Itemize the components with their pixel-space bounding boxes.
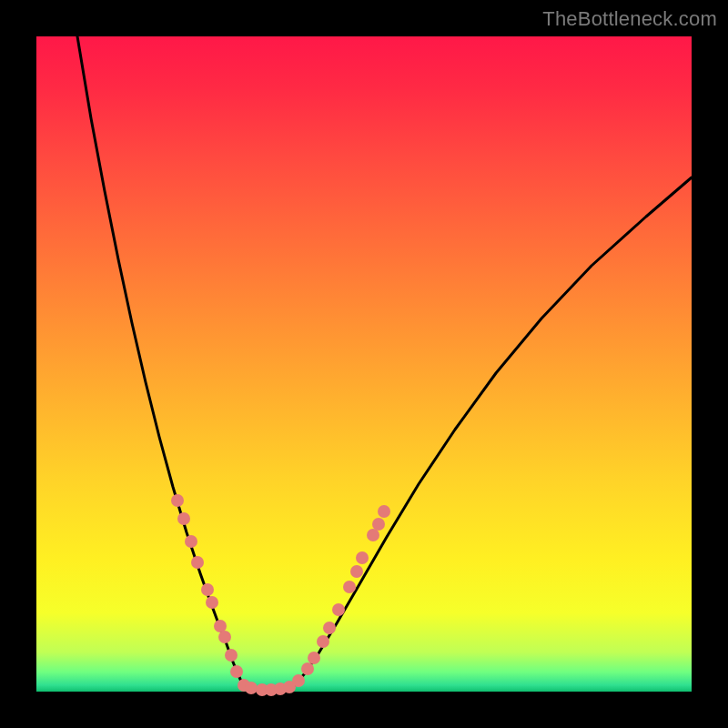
- marker-dot: [332, 603, 345, 616]
- marker-dot: [206, 596, 218, 609]
- marker-dot: [230, 665, 243, 678]
- marker-dot: [308, 652, 320, 664]
- chart-container: TheBottleneck.com: [0, 0, 728, 728]
- marker-dot: [301, 662, 314, 675]
- watermark-label: TheBottleneck.com: [542, 7, 717, 31]
- marker-dot: [177, 512, 190, 525]
- marker-dot: [191, 556, 204, 569]
- marker-dot: [171, 494, 184, 507]
- marker-dot: [218, 631, 231, 643]
- marker-dot: [350, 565, 363, 578]
- series-right-branch: [293, 177, 692, 687]
- marker-dot: [185, 535, 197, 548]
- chart-svg: [36, 36, 692, 692]
- curve-lines: [77, 36, 692, 691]
- marker-dot: [372, 518, 385, 531]
- plot-area: [36, 36, 692, 692]
- marker-dot: [317, 635, 329, 648]
- marker-dot: [201, 583, 214, 596]
- marker-dot: [356, 551, 369, 564]
- marker-dot: [367, 529, 379, 541]
- marker-dot: [292, 674, 305, 687]
- curve-markers: [171, 494, 390, 696]
- marker-dot: [378, 505, 390, 518]
- marker-dot: [214, 620, 227, 632]
- series-left-branch: [77, 36, 244, 687]
- marker-dot: [245, 682, 258, 694]
- marker-dot: [343, 581, 356, 593]
- marker-dot: [323, 622, 336, 634]
- marker-dot: [225, 649, 238, 662]
